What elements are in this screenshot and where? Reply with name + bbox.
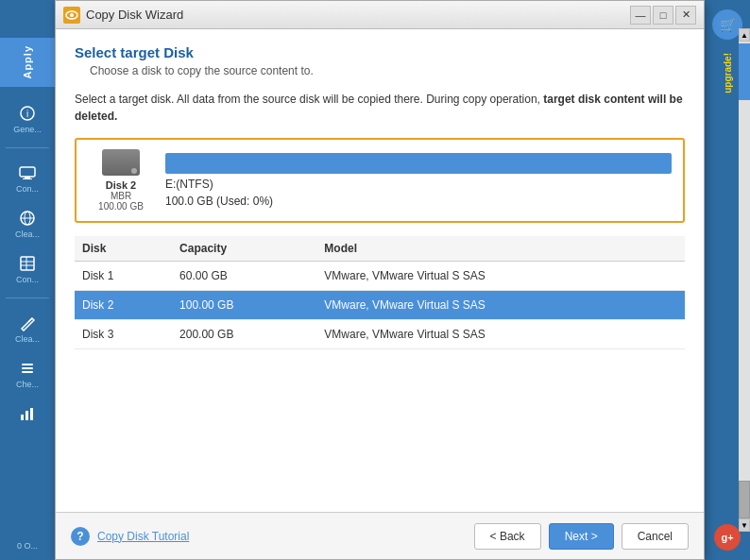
sidebar-item-table[interactable]: Con... [0,248,55,288]
cell-capacity: 60.00 GB [172,262,316,291]
chart-icon [16,402,39,425]
settings-label: Che... [16,380,39,389]
svg-rect-4 [23,178,32,179]
sidebar: Apply i Gene... Con... Clea... Con... [0,0,55,560]
divider-1 [6,147,49,148]
wizard-description: Select a target disk. All data from the … [75,91,685,125]
cell-model: VMware, VMware Virtual S SAS [316,262,685,291]
svg-rect-2 [20,167,35,177]
tools-icon [16,312,39,334]
svg-line-12 [28,318,32,322]
cancel-button[interactable]: Cancel [622,523,689,550]
settings-icon [16,357,39,380]
minimize-button[interactable]: — [630,6,651,25]
wizard-dialog: Copy Disk Wizard — □ ✕ Select target Dis… [55,0,705,560]
sidebar-bottom-status: 0 O... [17,541,38,560]
disk-preview-box: Disk 2 MBR 100.00 GB E:(NTFS) 100.0 GB (… [75,138,685,223]
titlebar-icon [63,7,80,24]
clean-icon [16,207,39,229]
divider-2 [6,297,49,298]
help-icon[interactable]: ? [71,527,90,546]
gplus-icon[interactable]: g+ [714,524,741,551]
wizard-desc-plain: Select a target disk. All data from the … [75,93,543,106]
next-button[interactable]: Next > [549,523,614,550]
col-capacity: Capacity [172,236,316,262]
disk-icon-area: Disk 2 MBR 100.00 GB [88,149,154,212]
wizard-body: Select target Disk Choose a disk to copy… [56,29,704,512]
scrollbar-thumb-mid[interactable] [739,481,750,518]
cell-disk: Disk 3 [75,320,172,349]
disk-preview-label: Disk 2 [106,179,136,191]
svg-rect-8 [21,257,34,270]
restore-button[interactable]: □ [653,6,673,25]
sidebar-item-settings[interactable]: Che... [0,353,55,393]
clean-label: Clea... [15,229,40,239]
disk-icon [102,149,140,176]
disk-capacity-bar [165,153,672,174]
sidebar-item-chart[interactable] [0,399,55,429]
svg-rect-15 [22,371,33,373]
titlebar-controls: — □ ✕ [630,6,696,25]
disk-table: Disk Capacity Model Disk 160.00 GBVMware… [75,236,685,349]
close-button[interactable]: ✕ [675,6,696,25]
svg-rect-3 [25,177,30,178]
help-link[interactable]: Copy Disk Tutorial [97,530,189,543]
wizard-heading: Select target Disk [75,44,685,60]
back-button[interactable]: < Back [474,523,541,550]
wizard-subheading: Choose a disk to copy the source content… [75,64,685,77]
disk-partition-label: E:(NTFS) [165,178,672,191]
table-label: Con... [16,275,39,284]
right-scrollbar-track[interactable]: ▲ ▼ [739,28,750,532]
titlebar-title: Copy Disk Wizard [86,8,624,22]
scrollbar-up[interactable]: ▲ [739,28,750,42]
disk-bar-area: E:(NTFS) 100.0 GB (Used: 0%) [165,153,672,208]
table-icon [16,252,39,275]
scrollbar-thumb-top[interactable] [739,43,750,100]
disk-preview-size: 100.00 GB [98,201,144,212]
cell-model: VMware, VMware Virtual S SAS [316,320,685,349]
wizard-footer: ? Copy Disk Tutorial < Back Next > Cance… [56,512,704,559]
svg-rect-17 [26,411,28,420]
apply-button[interactable]: Apply [0,38,55,87]
col-disk: Disk [75,236,172,262]
svg-point-20 [70,13,74,17]
sidebar-item-general[interactable]: i Gene... [0,98,55,138]
upgrade-text: upgrade! [723,53,733,93]
connect-icon [16,161,39,184]
sidebar-item-connect[interactable]: Con... [0,158,55,197]
main-area: Copy Disk Wizard — □ ✕ Select target Dis… [55,0,705,560]
scrollbar-down[interactable]: ▼ [739,518,750,532]
svg-text:i: i [26,109,28,119]
svg-rect-13 [22,364,33,365]
cell-model: VMware, VMware Virtual S SAS [316,291,685,320]
cell-capacity: 200.00 GB [172,320,316,349]
titlebar: Copy Disk Wizard — □ ✕ [56,1,704,29]
sidebar-item-clean[interactable]: Clea... [0,203,55,243]
table-row[interactable]: Disk 160.00 GBVMware, VMware Virtual S S… [75,262,685,291]
cell-disk: Disk 1 [75,262,172,291]
general-icon: i [16,102,39,125]
svg-rect-14 [22,367,33,369]
col-model: Model [316,236,685,262]
svg-rect-16 [21,415,24,420]
sidebar-item-tools[interactable]: Clea... [0,308,55,348]
table-row[interactable]: Disk 2100.00 GBVMware, VMware Virtual S … [75,291,685,320]
svg-rect-18 [30,408,33,420]
disk-preview-type: MBR [111,191,131,201]
general-label: Gene... [13,125,42,134]
tools-label: Clea... [15,334,40,344]
right-panel: 🛒 upgrade! ▲ ▼ g+ [705,0,750,560]
cell-capacity: 100.00 GB [172,291,316,320]
table-row[interactable]: Disk 3200.00 GBVMware, VMware Virtual S … [75,320,685,349]
apply-label: Apply [22,45,33,79]
connect-label: Con... [16,184,39,194]
cell-disk: Disk 2 [75,291,172,320]
disk-partition-info: 100.0 GB (Used: 0%) [165,195,672,208]
